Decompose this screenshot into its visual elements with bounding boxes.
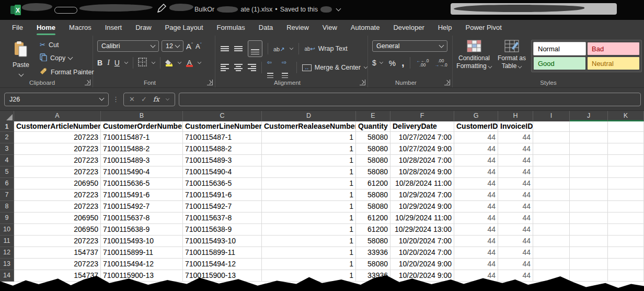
cell-I11[interactable] <box>533 236 570 247</box>
tab-file[interactable]: File <box>5 20 30 36</box>
cell-G2[interactable]: 44 <box>454 132 498 143</box>
cell-H9[interactable]: 44 <box>498 212 533 224</box>
row-header-14[interactable]: 14 <box>0 270 14 282</box>
cell-K9[interactable] <box>608 212 644 224</box>
orientation-button[interactable]: ab↗ <box>273 44 284 53</box>
cell-F10[interactable]: 10/29/2024 13:00 <box>390 224 454 236</box>
cell-A13[interactable]: 207223 <box>14 259 101 270</box>
cell-I13[interactable] <box>533 259 570 270</box>
cell-E5[interactable]: 58080 <box>356 166 390 178</box>
column-header-I[interactable]: I <box>533 111 570 121</box>
top-align-button[interactable] <box>221 46 229 51</box>
cell-K8[interactable] <box>608 201 644 212</box>
cell-F12[interactable]: 10/20/2024 7:00 <box>390 247 454 259</box>
cell-A9[interactable]: 206950 <box>14 212 101 224</box>
autosave-toggle[interactable] <box>54 7 77 14</box>
cell-A2[interactable]: 207223 <box>14 132 101 143</box>
row-header-3[interactable]: 3 <box>0 143 14 155</box>
underline-button[interactable]: U <box>114 59 120 67</box>
percent-format-button[interactable]: % <box>389 59 396 68</box>
cell-I2[interactable] <box>533 132 570 143</box>
tab-help[interactable]: Help <box>431 20 459 36</box>
tab-automate[interactable]: Automate <box>344 20 387 36</box>
cell-K10[interactable] <box>608 224 644 236</box>
middle-align-button[interactable] <box>234 46 243 51</box>
cell-G12[interactable]: 44 <box>454 247 498 259</box>
cell-K3[interactable] <box>608 143 644 155</box>
cell-D6[interactable]: 1 <box>262 178 356 189</box>
borders-button[interactable] <box>138 58 147 68</box>
cell-F3[interactable]: 10/27/2024 9:00 <box>390 143 454 155</box>
tab-home[interactable]: Home <box>30 20 62 36</box>
cell-B5[interactable]: 7100115490-4 <box>101 166 183 178</box>
formula-input[interactable] <box>179 93 641 106</box>
cell-G7[interactable]: 44 <box>454 189 498 201</box>
cell-F13[interactable]: 10/20/2024 9:00 <box>390 259 454 270</box>
cell-J9[interactable] <box>570 212 608 224</box>
cell-J6[interactable] <box>570 178 608 189</box>
row-header-5[interactable]: 5 <box>0 166 14 178</box>
cell-H8[interactable]: 44 <box>498 201 533 212</box>
cell-B6[interactable]: 7100115636-5 <box>101 178 183 189</box>
cell-J14[interactable] <box>570 270 608 282</box>
tab-page-layout[interactable]: Page Layout <box>158 20 210 36</box>
cell-I9[interactable] <box>533 212 570 224</box>
cell-F8[interactable]: 10/29/2024 9:00 <box>390 201 454 212</box>
column-header-C[interactable]: C <box>183 111 262 121</box>
cell-E6[interactable]: 61200 <box>356 178 390 189</box>
cell-E4[interactable]: 58080 <box>356 155 390 166</box>
number-format-combo[interactable]: General <box>372 40 447 52</box>
cell-J5[interactable] <box>570 166 608 178</box>
cell-A4[interactable]: 207223 <box>14 155 101 166</box>
bold-button[interactable]: B <box>97 59 102 67</box>
cell-F4[interactable]: 10/28/2024 7:00 <box>390 155 454 166</box>
column-header-B[interactable]: B <box>101 111 183 121</box>
cell-C3[interactable]: 7100115488-2 <box>183 143 262 155</box>
cell-A8[interactable]: 207223 <box>14 201 101 212</box>
cell-J2[interactable] <box>570 132 608 143</box>
cell-K13[interactable] <box>608 259 644 270</box>
cell-E7[interactable]: 58080 <box>356 189 390 201</box>
cell-C4[interactable]: 7100115489-3 <box>183 155 262 166</box>
cell-C13[interactable]: 7100115494-12 <box>183 259 262 270</box>
cell-G10[interactable]: 44 <box>454 224 498 236</box>
tab-review[interactable]: Review <box>280 20 316 36</box>
cell-K12[interactable] <box>608 247 644 259</box>
cell-H1[interactable]: InvoiceID <box>498 121 533 132</box>
cell-B3[interactable]: 7100115488-2 <box>101 143 183 155</box>
cell-B8[interactable]: 7100115492-7 <box>101 201 183 212</box>
cell-D10[interactable]: 1 <box>262 224 356 236</box>
format-as-table-button[interactable]: Format as Table <box>492 40 531 70</box>
cell-A5[interactable]: 207223 <box>14 166 101 178</box>
cell-B7[interactable]: 7100115491-6 <box>101 189 183 201</box>
cell-G14[interactable]: 44 <box>454 270 498 282</box>
cell-D7[interactable]: 1 <box>262 189 356 201</box>
paste-button[interactable]: Paste <box>8 41 33 78</box>
row-header-7[interactable]: 7 <box>0 189 14 201</box>
row-header-9[interactable]: 9 <box>0 212 14 224</box>
cell-F1[interactable]: DeliveryDate <box>390 121 454 132</box>
row-header-8[interactable]: 8 <box>0 201 14 212</box>
cell-E11[interactable]: 58080 <box>356 236 390 247</box>
cell-C12[interactable]: 7100115899-11 <box>183 247 262 259</box>
cell-F2[interactable]: 10/27/2024 7:00 <box>390 132 454 143</box>
select-all-corner[interactable] <box>0 111 14 121</box>
increase-decimal-button[interactable]: ←←.0 .00 <box>416 59 429 68</box>
increase-indent-button[interactable]: ⇨ <box>282 57 291 78</box>
cell-H12[interactable]: 44 <box>498 247 533 259</box>
cell-I10[interactable] <box>533 224 570 236</box>
cell-F14[interactable]: 10/20/2024 9:00 <box>390 270 454 282</box>
column-header-A[interactable]: A <box>14 111 101 121</box>
align-left-button[interactable] <box>221 64 229 71</box>
cell-B4[interactable]: 7100115489-3 <box>101 155 183 166</box>
row-header-13[interactable]: 13 <box>0 259 14 270</box>
cell-H6[interactable]: 44 <box>498 178 533 189</box>
cell-A10[interactable]: 206950 <box>14 224 101 236</box>
format-painter-button[interactable]: Format Painter <box>40 68 94 76</box>
cut-button[interactable]: ✂ Cut <box>40 41 94 49</box>
cell-E10[interactable]: 61200 <box>356 224 390 236</box>
tab-insert[interactable]: Insert <box>98 20 129 36</box>
enter-icon[interactable]: ✓ <box>141 95 147 103</box>
row-header-11[interactable]: 11 <box>0 236 14 247</box>
cell-H11[interactable]: 44 <box>498 236 533 247</box>
